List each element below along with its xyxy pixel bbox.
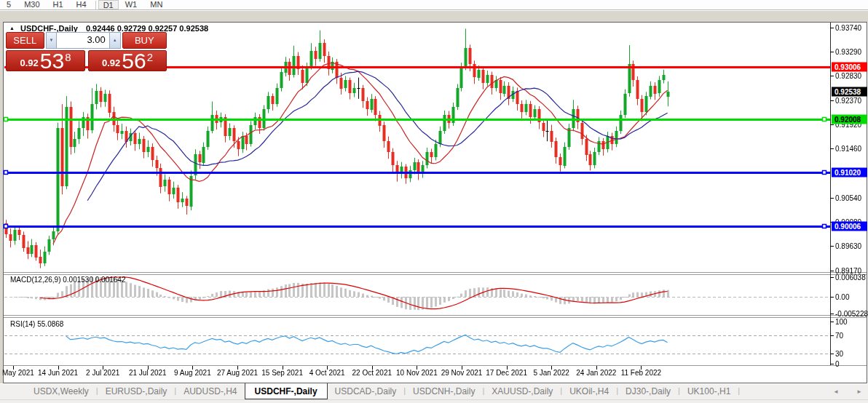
macd-indicator-label: MACD(12,26,9) 0.001530 0.001642: [10, 276, 125, 284]
tab-usdchf[interactable]: USDCHF-,Daily: [245, 383, 328, 399]
tab-xauusd[interactable]: XAUUSD-,Daily: [484, 384, 560, 399]
tab-usdx[interactable]: USDX,Weekly: [26, 384, 96, 399]
tab-scroll-left-icon[interactable]: ◄: [833, 388, 839, 395]
price-badge: 0.92008: [832, 115, 867, 124]
date-label: 17 Dec 2021: [486, 369, 527, 377]
price-tick-label: 0.93740: [835, 24, 861, 32]
volume-decrease-button[interactable]: ▼: [46, 32, 58, 49]
tab-ukoil[interactable]: UKOil-,H4: [562, 384, 616, 399]
macd-axis-label: 0.006038: [835, 274, 866, 282]
tab-dj30[interactable]: DJ30-,Daily: [618, 384, 678, 399]
tab-scroll-arrows: ◄ ►: [833, 388, 862, 395]
spin-down-icon: ▼: [49, 38, 53, 42]
date-label: 21 Jul 2021: [129, 369, 167, 377]
macd-axis-label: 0.00: [835, 293, 849, 301]
rsi-axis-label: 0: [835, 360, 840, 368]
buy-price-prefix: 0.92: [102, 57, 120, 71]
price-tick-label: 0.93290: [835, 47, 861, 55]
date-label: 10 Nov 2021: [396, 369, 438, 377]
date-label: 15 Sep 2021: [261, 369, 303, 377]
date-label: 5 Jan 2022: [533, 369, 569, 377]
price-tick-label: 0.90540: [835, 193, 861, 202]
price-badge: 0.90006: [832, 221, 867, 231]
price-tick-label: 0.91460: [835, 145, 861, 153]
one-click-trading-panel: SELL ▼ 3.00 ▲ BUY 0.92 53 8 0.92 56 2: [6, 32, 167, 71]
tab-scroll-right-icon[interactable]: ►: [856, 388, 862, 395]
date-label: 24 Jan 2022: [576, 369, 616, 377]
rsi-axis-label: 100: [835, 318, 848, 326]
buy-price-box[interactable]: 0.92 56 2: [88, 50, 167, 71]
price-badge: 0.93006: [832, 62, 867, 71]
price-tick-label: 0.92370: [835, 97, 861, 105]
volume-increase-button[interactable]: ▲: [109, 32, 121, 49]
buy-price-fraction: 2: [147, 52, 153, 71]
status-strip: [0, 399, 868, 403]
rsi-indicator-label: RSI(14) 55.0868: [10, 320, 63, 328]
tab-usdcnh[interactable]: USDCNH-,Daily: [406, 384, 482, 399]
date-label: 9 Aug 2021: [174, 369, 211, 377]
symbol-tab-bar: USDX,Weekly|EURUSD-,Daily|AUDUSD-,H4USDC…: [0, 384, 868, 399]
price-tick-label: 0.92830: [835, 72, 861, 80]
buy-button[interactable]: BUY: [122, 32, 167, 49]
collapse-arrow-icon[interactable]: ▲: [9, 25, 15, 31]
buy-price-pips: 56: [122, 51, 146, 71]
rsi-axis-label: 70: [835, 332, 843, 340]
tab-usdcad[interactable]: USDCAD-,Daily: [328, 384, 404, 399]
date-label: 11 Feb 2022: [621, 369, 661, 377]
volume-field[interactable]: 3.00: [57, 32, 108, 49]
tab-divider: |: [738, 384, 740, 399]
spin-up-icon: ▲: [113, 38, 117, 42]
sell-price-pips: 53: [40, 51, 64, 71]
date-label: 2 Jul 2021: [86, 369, 119, 377]
date-label: 29 Nov 2021: [441, 369, 483, 377]
tab-uk100[interactable]: UK100-,H1: [680, 384, 738, 399]
date-label: 4 Oct 2021: [309, 369, 345, 377]
date-label: 14 Jun 2021: [38, 369, 78, 377]
sell-button[interactable]: SELL: [6, 32, 44, 49]
sell-price-prefix: 0.92: [20, 57, 38, 71]
macd-axis-label: -0.005228: [835, 310, 868, 318]
rsi-axis-label: 30: [835, 350, 843, 358]
price-badge: 0.91020: [832, 167, 867, 177]
sell-price-fraction: 8: [65, 52, 71, 71]
tab-audusd[interactable]: AUDUSD-,H4: [176, 384, 244, 399]
date-label: 22 Oct 2021: [352, 369, 392, 377]
tab-eurusd[interactable]: EURUSD-,Daily: [98, 384, 175, 399]
price-badge: 0.92538: [832, 87, 867, 96]
date-label: 27 Aug 2021: [217, 369, 258, 377]
date-label: 26 May 2021: [0, 369, 34, 377]
price-tick-label: 0.89630: [835, 242, 861, 250]
sell-price-box[interactable]: 0.92 53 8: [6, 50, 85, 71]
